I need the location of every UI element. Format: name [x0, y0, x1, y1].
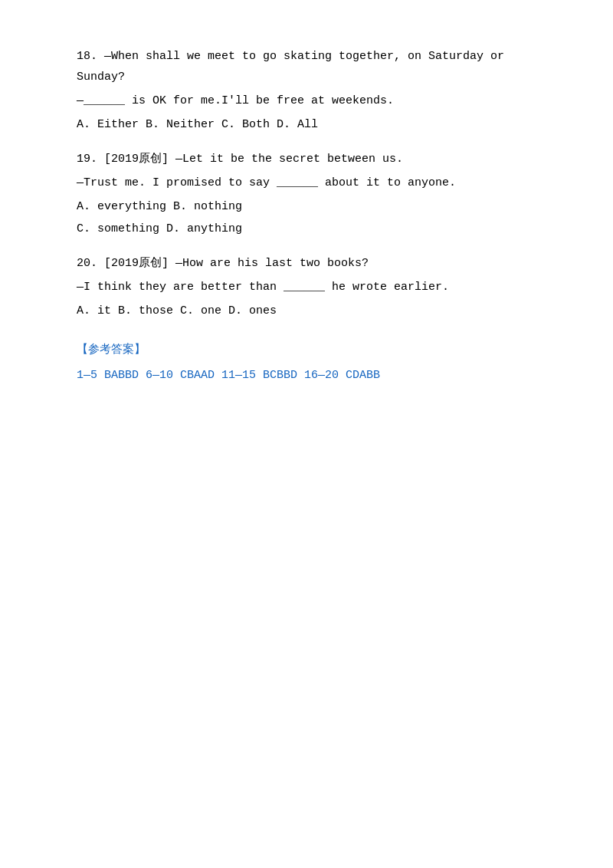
q19-dialogue1: —Let it be the secret between us.	[175, 153, 403, 166]
q20-options-text: A. it B. those C. one D. ones	[77, 304, 277, 317]
answer-section: 【参考答案】 1—5 BABBD 6—10 CBAAD 11—15 BCBBD …	[77, 340, 544, 386]
q19-line2: —Trust me. I promised to say ______ abou…	[77, 173, 544, 193]
q19-options1: A. everything B. nothing	[77, 196, 544, 217]
q19-options2: C. something D. anything	[77, 219, 544, 239]
q20-tag: [2019原创]	[104, 257, 169, 270]
q18-line1: 18. —When shall we meet to go skating to…	[77, 46, 544, 87]
q18-number: 18.	[77, 50, 97, 63]
answer-content: 1—5 BABBD 6—10 CBAAD 11—15 BCBBD 16—20 C…	[77, 365, 544, 386]
q19-number: 19.	[77, 153, 97, 166]
answer-title: 【参考答案】	[77, 340, 544, 360]
q19-options-text1: A. everything B. nothing	[77, 200, 242, 213]
q20-line2: —I think they are better than ______ he …	[77, 277, 544, 298]
q18-options: A. Either B. Neither C. Both D. All	[77, 114, 544, 135]
q18-dialogue2: —______ is OK for me.I'll be free at wee…	[77, 94, 394, 107]
q20-dialogue1: —How are his last two books?	[175, 257, 369, 270]
q20-line1: 20. [2019原创] —How are his last two books…	[77, 253, 544, 274]
q19-options-text2: C. something D. anything	[77, 222, 242, 235]
question-18: 18. —When shall we meet to go skating to…	[77, 46, 544, 135]
question-19: 19. [2019原创] —Let it be the secret betwe…	[77, 149, 544, 239]
question-20: 20. [2019原创] —How are his last two books…	[77, 253, 544, 321]
q18-line2: —______ is OK for me.I'll be free at wee…	[77, 90, 544, 111]
q19-dialogue2: —Trust me. I promised to say ______ abou…	[77, 176, 456, 189]
q18-options-text: A. Either B. Neither C. Both D. All	[77, 118, 318, 131]
q20-number: 20.	[77, 257, 97, 270]
q20-options: A. it B. those C. one D. ones	[77, 301, 544, 321]
q20-dialogue2: —I think they are better than ______ he …	[77, 281, 449, 294]
q18-dialogue1: —When shall we meet to go skating togeth…	[77, 50, 504, 84]
q19-line1: 19. [2019原创] —Let it be the secret betwe…	[77, 149, 544, 169]
q19-tag: [2019原创]	[104, 153, 169, 166]
